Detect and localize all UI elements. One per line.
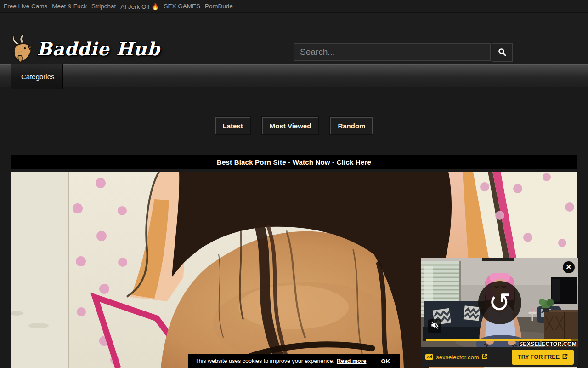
sort-tabs: Latest Most Viewed Random — [11, 117, 577, 134]
external-link-icon — [562, 354, 568, 361]
toplink-sex-games[interactable]: SEX GAMES — [164, 3, 200, 10]
video-ad-overlay: ✕ ↺ SEXSELECTOR.COM Ad sexs — [421, 258, 578, 367]
top-links-bar: Free Live Cams Meet & Fuck Stripchat AI … — [0, 0, 588, 13]
ad-mute-button[interactable] — [428, 319, 441, 333]
search-button[interactable] — [492, 43, 513, 62]
search-input[interactable] — [294, 43, 491, 61]
ad-badge: Ad — [425, 354, 433, 360]
goat-icon — [8, 33, 35, 64]
search-bar — [294, 43, 513, 62]
page: Free Live Cams Meet & Fuck Stripchat AI … — [0, 0, 588, 368]
promo-banner-link[interactable]: Best Black Porn Site - Watch Now - Click… — [11, 155, 577, 169]
search-icon — [498, 48, 506, 58]
replay-icon: ↺ — [488, 289, 511, 316]
toplink-stripchat[interactable]: Stripchat — [91, 3, 116, 10]
ad-watermark: SEXSELECTOR.COM — [519, 341, 577, 347]
ad-advertiser-link[interactable]: sexselector.com — [436, 354, 487, 361]
tab-most-viewed[interactable]: Most Viewed — [262, 117, 319, 134]
divider-top — [11, 105, 577, 105]
promo-banner-text: Best Black Porn Site - Watch Now - Click… — [217, 158, 371, 166]
tab-random[interactable]: Random — [330, 117, 373, 134]
cookie-message: This website uses cookies to improve you… — [195, 358, 334, 364]
divider-bottom — [11, 144, 577, 144]
nav-item-categories[interactable]: Categories — [11, 64, 63, 89]
toplink-porndude[interactable]: PornDude — [205, 3, 233, 10]
wall-seam — [68, 172, 69, 368]
external-link-icon — [482, 354, 487, 361]
categories-label: Categories — [21, 73, 55, 80]
ad-close-button[interactable]: ✕ — [563, 261, 575, 273]
site-logo[interactable]: Baddie Hub — [8, 33, 160, 64]
cookie-read-more-link[interactable]: Read more — [337, 358, 367, 364]
main-nav: Categories — [0, 64, 588, 87]
wall-left-panel — [11, 172, 69, 368]
cookie-notice: This website uses cookies to improve you… — [188, 354, 400, 368]
ad-footer: Ad sexselector.com TRY FOR FREE — [421, 347, 578, 367]
ad-cta-label: TRY FOR FREE — [518, 354, 560, 360]
toplink-free-live-cams[interactable]: Free Live Cams — [4, 3, 47, 10]
ad-advertiser-url: sexselector.com — [436, 354, 479, 361]
toplink-meet-and-fuck[interactable]: Meet & Fuck — [52, 3, 87, 10]
ad-replay-button[interactable]: ↺ — [478, 281, 521, 324]
ad-video[interactable]: ✕ ↺ SEXSELECTOR.COM — [421, 258, 578, 347]
muted-speaker-icon — [430, 321, 439, 332]
tab-latest[interactable]: Latest — [215, 117, 250, 134]
cookie-ok-button[interactable]: OK — [379, 356, 393, 367]
toplink-ai-jerk-off[interactable]: AI Jerk Off 🔥 — [120, 3, 159, 10]
ad-cta-button[interactable]: TRY FOR FREE — [512, 350, 574, 365]
header: Baddie Hub — [0, 13, 588, 64]
logo-text: Baddie Hub — [37, 40, 160, 58]
